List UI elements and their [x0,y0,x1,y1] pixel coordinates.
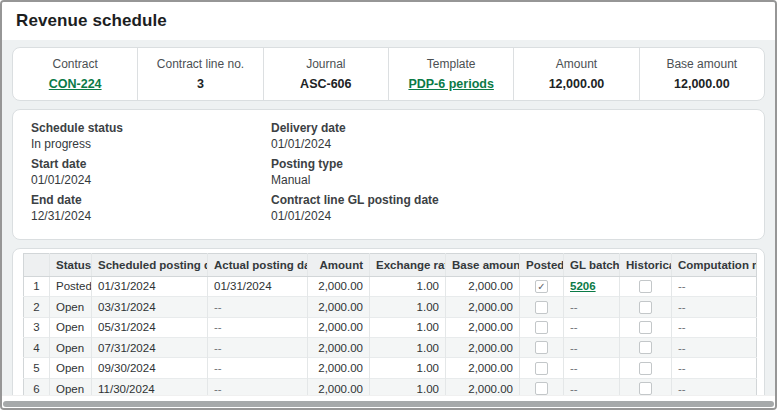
col-header-gl-batch: GL batch [564,253,620,276]
field-label: Journal [306,57,345,71]
summary-field-base-amount: Base amount 12,000.00 [639,48,764,100]
cell-gl-batch: -- [564,358,620,378]
cell-scheduled-date: 07/31/2024 [92,337,208,357]
cell-rownum: 4 [24,337,50,357]
cell-actual-date: -- [208,378,308,395]
historical-checkbox[interactable] [639,321,652,334]
cell-exchange-rate: 1.00 [370,378,446,395]
cell-base-amount: 2,000.00 [446,297,520,317]
cell-rownum: 5 [24,358,50,378]
field-value: 12,000.00 [674,77,730,91]
summary-field-amount: Amount 12,000.00 [513,48,638,100]
field-label: Contract line no. [157,57,244,71]
cell-exchange-rate: 1.00 [370,337,446,357]
col-header-exchange-rate: Exchange rate [370,253,446,276]
template-link[interactable]: PDP-6 periods [408,77,493,91]
table-row: 4 Open 07/31/2024 -- 2,000.00 1.00 2,000… [24,337,757,357]
scrollbar-thumb[interactable] [3,401,774,407]
schedule-table-card: Status Scheduled posting date Actual pos… [12,248,765,395]
historical-checkbox[interactable] [639,341,652,354]
historical-checkbox[interactable] [639,382,652,395]
cell-actual-date: -- [208,358,308,378]
cell-actual-date: 01/31/2024 [208,276,308,296]
historical-checkbox[interactable] [639,301,652,314]
col-header-computation-memo: Computation memo [672,253,757,276]
cell-status: Open [50,358,92,378]
cell-scheduled-date: 05/31/2024 [92,317,208,337]
field-label: Template [427,57,476,71]
posted-checkbox[interactable] [535,301,548,314]
col-header-base-amount: Base amount [446,253,520,276]
cell-gl-batch: -- [564,337,620,357]
col-header-posted: Posted [520,253,564,276]
cell-scheduled-date: 09/30/2024 [92,358,208,378]
cell-base-amount: 2,000.00 [446,276,520,296]
page-title: Revenue schedule [16,11,167,31]
cell-status: Open [50,317,92,337]
cell-exchange-rate: 1.00 [370,358,446,378]
field-value: 3 [197,77,204,91]
cell-base-amount: 2,000.00 [446,317,520,337]
posted-checkbox[interactable] [535,321,548,334]
cell-exchange-rate: 1.00 [370,317,446,337]
cell-scheduled-date: 01/31/2024 [92,276,208,296]
posted-checkbox[interactable] [535,341,548,354]
col-header-rownum [24,253,50,276]
cell-amount: 2,000.00 [308,276,370,296]
cell-rownum: 2 [24,297,50,317]
cell-status: Open [50,378,92,395]
cell-base-amount: 2,000.00 [446,358,520,378]
horizontal-scrollbar[interactable] [2,395,775,408]
cell-amount: 2,000.00 [308,358,370,378]
cell-computation-memo: -- [672,276,757,296]
cell-exchange-rate: 1.00 [370,297,446,317]
cell-rownum: 3 [24,317,50,337]
cell-computation-memo: -- [672,297,757,317]
summary-field-template: Template PDP-6 periods [388,48,513,100]
table-row: 5 Open 09/30/2024 -- 2,000.00 1.00 2,000… [24,358,757,378]
cell-scheduled-date: 11/30/2024 [92,378,208,395]
detail-delivery-date: Delivery date 01/01/2024 [271,121,439,152]
posted-checkbox[interactable] [535,362,548,375]
cell-status: Open [50,297,92,317]
cell-amount: 2,000.00 [308,297,370,317]
detail-contract-line-gl-posting-date: Contract line GL posting date 01/01/2024 [271,193,439,224]
summary-field-contract-line-no: Contract line no. 3 [137,48,262,100]
detail-schedule-status: Schedule status In progress [31,121,271,152]
revenue-schedule-window: Revenue schedule Contract CON-224 Contra… [0,0,777,410]
field-label: Base amount [666,57,737,71]
col-header-actual-posting-date: Actual posting date [208,253,308,276]
contract-link[interactable]: CON-224 [49,77,102,91]
posted-checkbox[interactable] [535,382,548,395]
cell-actual-date: -- [208,317,308,337]
cell-amount: 2,000.00 [308,317,370,337]
field-label: Contract [52,57,97,71]
cell-base-amount: 2,000.00 [446,378,520,395]
gl-batch-link[interactable]: 5206 [570,280,596,292]
cell-amount: 2,000.00 [308,337,370,357]
title-bar: Revenue schedule [2,2,775,40]
historical-checkbox[interactable] [639,362,652,375]
col-header-scheduled-posting-date: Scheduled posting date [92,253,208,276]
cell-computation-memo: -- [672,317,757,337]
detail-posting-type: Posting type Manual [271,157,439,188]
cell-status: Open [50,337,92,357]
table-row: 6 Open 11/30/2024 -- 2,000.00 1.00 2,000… [24,378,757,395]
summary-field-contract: Contract CON-224 [13,48,137,100]
cell-base-amount: 2,000.00 [446,337,520,357]
cell-status: Posted [50,276,92,296]
table-header-row: Status Scheduled posting date Actual pos… [24,253,757,276]
details-left-column: Schedule status In progress Start date 0… [31,121,271,230]
summary-field-journal: Journal ASC-606 [263,48,388,100]
posted-checkbox[interactable]: ✓ [535,280,548,293]
details-card: Schedule status In progress Start date 0… [12,109,765,240]
col-header-amount: Amount [308,253,370,276]
schedule-table: Status Scheduled posting date Actual pos… [23,253,757,395]
col-header-historical: Historical [620,253,672,276]
detail-start-date: Start date 01/01/2024 [31,157,271,188]
cell-actual-date: -- [208,337,308,357]
table-row: 2 Open 03/31/2024 -- 2,000.00 1.00 2,000… [24,297,757,317]
field-label: Amount [556,57,597,71]
table-row: 3 Open 05/31/2024 -- 2,000.00 1.00 2,000… [24,317,757,337]
historical-checkbox[interactable] [639,280,652,293]
